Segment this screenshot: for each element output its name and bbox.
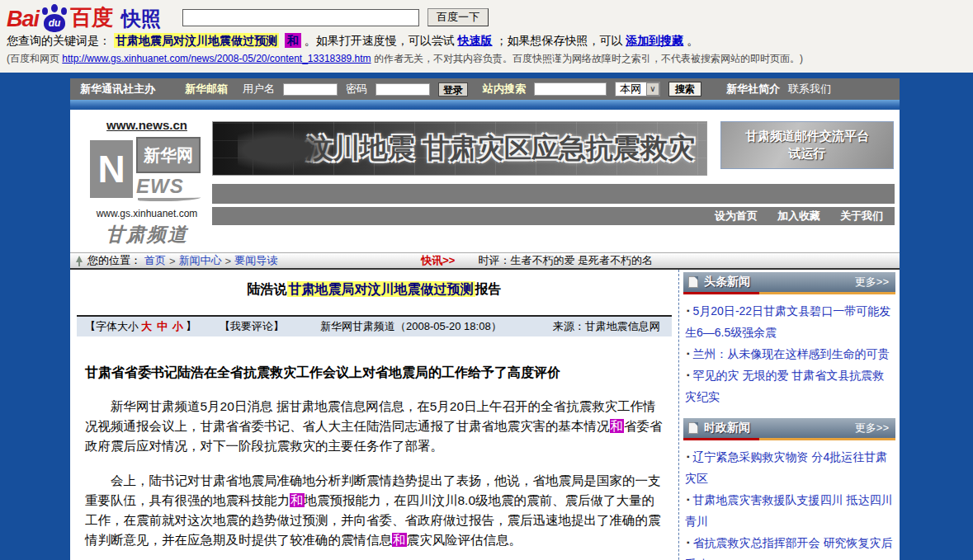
title-post: 报告 bbox=[475, 282, 502, 296]
site-search-input[interactable] bbox=[534, 82, 607, 96]
article-subheading: 甘肃省省委书记陆浩在全省抗震救灾工作会议上对省地震局的工作给予了高度评价 bbox=[85, 365, 664, 382]
list-item[interactable]: ▪5月20日-22日甘肃文县碧口一带可能发生6—6.5级强余震 bbox=[685, 300, 894, 343]
baidu-logo-bai: Bai bbox=[7, 7, 39, 32]
keyword-line: 您查询的关键词是： 甘肃地震局对汶川地震做过预测 和 。如果打开速度慢，可以尝试… bbox=[7, 34, 966, 50]
font-size-label: 【字体大小 bbox=[85, 319, 139, 334]
sidebar: 头条新闻 更多>> ▪5月20日-22日甘肃文县碧口一带可能发生6—6.5级强余… bbox=[678, 270, 900, 560]
politics-news-more-link[interactable]: 更多>> bbox=[855, 421, 889, 435]
list-item[interactable]: ▪甘肃地震灾害救援队支援四川 抵达四川青川 bbox=[685, 489, 894, 532]
password-field[interactable] bbox=[376, 83, 430, 96]
banner-right-line1: 甘肃频道邮件交流平台 bbox=[721, 129, 893, 144]
p1-highlight: 和 bbox=[610, 419, 625, 433]
baidu-paw-icon: du bbox=[40, 4, 68, 32]
list-item[interactable]: ▪省抗震救灾总指挥部开会 研究恢复灾后重建 bbox=[685, 532, 894, 560]
mail-link[interactable]: 新华邮箱 bbox=[185, 82, 228, 96]
gs-xinhuanet-url[interactable]: www.gs.xinhuanet.com bbox=[82, 208, 212, 219]
politics-news-header: 时政新闻 更多>> bbox=[683, 418, 895, 438]
contact-us-link[interactable]: 联系我们 bbox=[788, 82, 831, 96]
about-xinhua-link[interactable]: 新华社简介 bbox=[726, 82, 780, 96]
baidu-logo-cn: 百度 bbox=[70, 3, 113, 32]
article-paragraph-1: 新华网甘肃频道5月20日消息 据甘肃地震信息网信息，在5月20日上午召开的全省抗… bbox=[85, 397, 664, 456]
scope-value: 本网 bbox=[620, 82, 641, 96]
gradient-divider bbox=[70, 100, 900, 110]
page-background: 新华通讯社主办 新华邮箱 用户名 密码 登录 站内搜索 本网 ∨ 搜索 新华社简… bbox=[0, 73, 973, 560]
xinhuanet-logo[interactable]: N 新华网 EWS bbox=[90, 137, 204, 205]
bullet-icon: ▪ bbox=[687, 349, 690, 358]
location-icon bbox=[75, 256, 83, 266]
document-icon bbox=[688, 422, 698, 434]
cached-page-url[interactable]: http://www.gs.xinhuanet.com/news/2008-05… bbox=[62, 53, 371, 64]
baidu-search-button[interactable]: 百度一下 bbox=[427, 8, 489, 26]
quick-nav-bar: 设为首页 加入收藏 关于我们 bbox=[212, 207, 895, 225]
chevron-down-icon[interactable]: ∨ bbox=[646, 82, 659, 96]
bullet-icon: ▪ bbox=[687, 370, 690, 379]
list-item[interactable]: ▪罕见的灾 无垠的爱 甘肃省文县抗震救灾纪实 bbox=[685, 365, 894, 407]
disclaimer-pre: (百度和网页 bbox=[7, 53, 59, 64]
search-scope-select[interactable]: 本网 ∨ bbox=[615, 82, 660, 96]
publish-source: 新华网甘肃频道（2008-05-20 18:08） bbox=[320, 319, 502, 334]
bullet-icon: ▪ bbox=[687, 306, 690, 315]
font-large-button[interactable]: 大 bbox=[141, 319, 152, 334]
title-highlight: 甘肃地震局对汶川地震做过预测 bbox=[287, 281, 475, 297]
bullet-icon: ▪ bbox=[687, 495, 690, 504]
keyword-end: 。 bbox=[687, 34, 698, 47]
masthead-right: 汶川地震 甘肃灾区应急抗震救灾 甘肃频道邮件交流平台 试运行 设为首页 加入收藏… bbox=[212, 118, 900, 247]
list-item[interactable]: ▪兰州：从未像现在这样感到生命的可贵 bbox=[685, 343, 894, 365]
add-bookmark-link[interactable]: 加入收藏 bbox=[777, 209, 820, 224]
breadcrumb-section[interactable]: 要闻导读 bbox=[234, 253, 277, 268]
logo-column: www.news.cn N 新华网 EWS www.gs.xinhuanet.c… bbox=[82, 118, 212, 247]
keyword-prefix: 您查询的关键词是： bbox=[7, 34, 111, 47]
fast-version-link[interactable]: 快速版 bbox=[458, 34, 493, 47]
article-paragraph-2: 会上，陆书记对甘肃省地震局准确地分析判断震情趋势提出了表扬，他说，省地震局是国家… bbox=[85, 471, 664, 550]
breadcrumb-news-center[interactable]: 新闻中心 bbox=[179, 253, 222, 268]
baidu-cache-bar: Bai du 百度 快照 百度一下 您查询的关键词是： 甘肃地震局对汶川地震做过… bbox=[0, 0, 973, 73]
site-content: 新华通讯社主办 新华邮箱 用户名 密码 登录 站内搜索 本网 ∨ 搜索 新华社简… bbox=[70, 78, 900, 560]
breadcrumb-label: 您的位置： bbox=[87, 253, 141, 268]
breadcrumb-sep: > bbox=[169, 255, 176, 267]
title-pre: 陆浩说 bbox=[248, 282, 287, 296]
banner-main-text: 汶川地震 甘肃灾区应急抗震救灾 bbox=[306, 130, 695, 167]
news-cn-link[interactable]: www.news.cn bbox=[82, 118, 212, 132]
set-homepage-link[interactable]: 设为首页 bbox=[715, 209, 758, 224]
breadcrumb-home[interactable]: 首页 bbox=[144, 253, 166, 268]
p2-highlight-1: 和 bbox=[290, 493, 305, 507]
keyword-and-highlight: 和 bbox=[285, 33, 301, 48]
masthead: www.news.cn N 新华网 EWS www.gs.xinhuanet.c… bbox=[70, 110, 900, 252]
earthquake-banner[interactable]: 汶川地震 甘肃灾区应急抗震救灾 bbox=[212, 121, 707, 176]
bullet-icon: ▪ bbox=[687, 452, 690, 461]
bullet-icon: ▪ bbox=[687, 538, 690, 547]
font-small-button[interactable]: 小 bbox=[172, 319, 183, 334]
keyword-mid2: ；如果想保存快照，可以 bbox=[495, 34, 622, 47]
ticker-text: 时评：生者不朽的爱 是死者不朽的名 bbox=[478, 253, 653, 268]
section-politics-news: 时政新闻 更多>> ▪辽宁紧急采购救灾物资 分4批运往甘肃灾区 ▪甘肃地震灾害救… bbox=[683, 418, 895, 560]
disclaimer-line: (百度和网页 http://www.gs.xinhuanet.com/news/… bbox=[7, 52, 966, 66]
site-search-button[interactable]: 搜索 bbox=[668, 82, 701, 96]
section-headline-news: 头条新闻 更多>> ▪5月20日-22日甘肃文县碧口一带可能发生6—6.5级强余… bbox=[683, 272, 895, 412]
gray-strip bbox=[212, 184, 895, 204]
comment-link[interactable]: 【我要评论】 bbox=[220, 319, 284, 334]
origin-label: 来源：甘肃地震信息网 bbox=[553, 319, 660, 334]
headline-news-header: 头条新闻 更多>> bbox=[683, 272, 895, 292]
keyword-mid1: 。如果打开速度慢，可以尝试 bbox=[305, 34, 455, 47]
article-title: 陆浩说甘肃地震局对汶川地震做过预测报告 bbox=[70, 281, 678, 299]
baidu-search-input[interactable] bbox=[182, 9, 419, 26]
document-icon bbox=[688, 276, 698, 288]
p2-highlight-2: 和 bbox=[392, 533, 407, 547]
baidu-snapshot-label: 快照 bbox=[121, 6, 161, 32]
disclaimer-post: 的作者无关，不对其内容负责。百度快照谨为网络故障时之索引，不代表被搜索网站的即时… bbox=[374, 53, 803, 64]
politics-news-title: 时政新闻 bbox=[704, 421, 750, 435]
flash-news-link[interactable]: 快讯>> bbox=[421, 253, 455, 268]
logo-swoosh bbox=[138, 195, 201, 201]
password-label: 密码 bbox=[346, 82, 367, 96]
about-us-link[interactable]: 关于我们 bbox=[840, 209, 883, 224]
mail-platform-banner[interactable]: 甘肃频道邮件交流平台 试运行 bbox=[720, 121, 894, 169]
font-size-label-end: 】 bbox=[186, 319, 196, 334]
font-medium-button[interactable]: 中 bbox=[157, 319, 168, 334]
baidu-logo[interactable]: Bai du 百度 快照 bbox=[7, 3, 161, 32]
add-favorite-link[interactable]: 添加到搜藏 bbox=[626, 34, 683, 47]
username-field[interactable] bbox=[283, 83, 338, 96]
list-item[interactable]: ▪辽宁紧急采购救灾物资 分4批运往甘肃灾区 bbox=[685, 446, 894, 489]
login-button[interactable]: 登录 bbox=[438, 82, 468, 96]
p2-seg3: 震灾风险评估信息。 bbox=[407, 533, 522, 547]
headline-news-more-link[interactable]: 更多>> bbox=[855, 275, 889, 289]
